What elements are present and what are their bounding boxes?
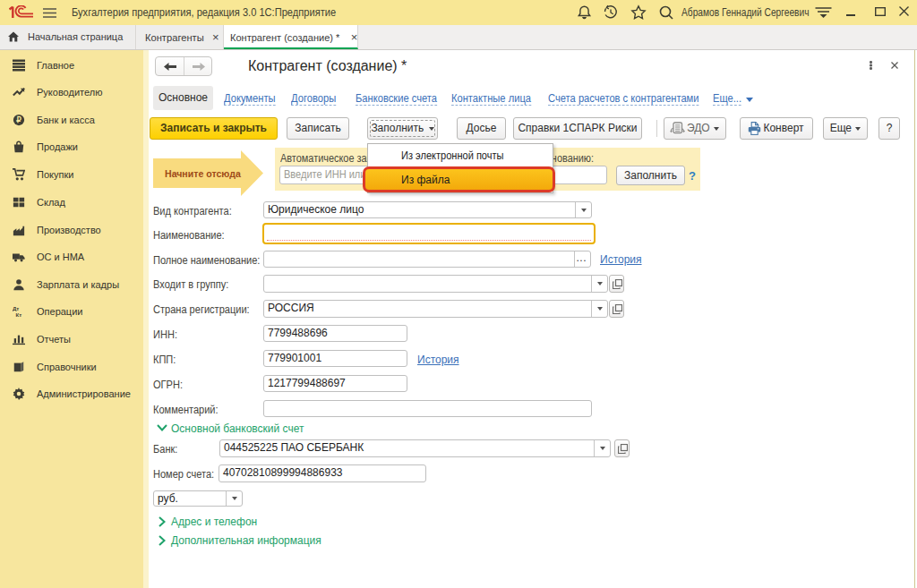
- svg-text:Дт: Дт: [13, 305, 19, 311]
- svg-text:₽: ₽: [16, 115, 21, 124]
- svg-text:Кт: Кт: [16, 311, 22, 318]
